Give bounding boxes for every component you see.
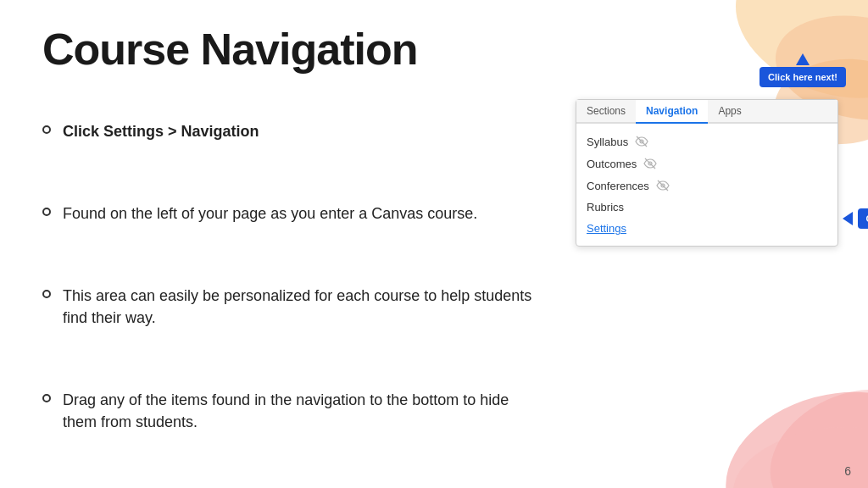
list-item: Drag any of the items found in the navig… [42,389,546,433]
bullet-dot [42,290,51,298]
nav-row-settings: Settings Click here first [576,218,837,239]
arrow-left-icon [843,212,853,225]
arrow-up-icon [796,53,810,65]
nav-row-outcomes: Outcomes [576,152,837,175]
eye-icon [643,157,657,170]
nav-item-label: Outcomes [587,158,637,170]
bullet-text: Found on the left of your page as you en… [63,202,477,225]
tab-sections[interactable]: Sections [576,100,636,124]
bullet-dot [42,125,51,134]
bullet-list: Click Settings > Navigation Found on the… [42,91,554,463]
main-layout: Click Settings > Navigation Found on the… [42,91,843,463]
content-area: Course Navigation Click Settings > Navig… [42,25,843,463]
tab-apps[interactable]: Apps [708,100,751,124]
callout-first-label: Click here first [858,208,868,229]
canvas-screenshot: Sections Navigation Apps Syllabus [576,99,838,247]
slide: Course Navigation Click Settings > Navig… [0,0,868,488]
page-title: Course Navigation [42,25,843,74]
page-number: 6 [844,464,851,478]
nav-row-syllabus: Syllabus [576,130,837,152]
tabs-bar: Sections Navigation Apps [576,100,837,124]
callout-next-container: Click here next! [760,53,846,87]
screenshot-area: Sections Navigation Apps Syllabus [571,91,843,463]
list-item: This area can easily be personalized for… [42,285,546,329]
nav-item-label: Syllabus [587,136,628,148]
bullet-text: Drag any of the items found in the navig… [63,389,546,433]
nav-rows: Syllabus Outcomes [576,124,837,246]
eye-icon [656,179,670,192]
bullet-dot [42,208,51,216]
settings-link[interactable]: Settings [587,222,626,235]
nav-row-conferences: Conferences [576,175,837,197]
list-item: Click Settings > Navigation [42,120,546,142]
bullet-dot [42,394,51,402]
callout-next-label: Click here next! [760,67,846,87]
bullet-text: This area can easily be personalized for… [63,285,546,329]
eye-icon [635,135,648,148]
nav-item-label: Rubrics [587,201,624,214]
callout-first: Click here first [843,208,868,229]
nav-row-rubrics: Rubrics [576,197,837,218]
tab-navigation[interactable]: Navigation [636,100,708,124]
nav-item-label: Conferences [587,180,649,192]
list-item: Found on the left of your page as you en… [42,202,546,225]
bullet-text: Click Settings > Navigation [63,120,259,142]
